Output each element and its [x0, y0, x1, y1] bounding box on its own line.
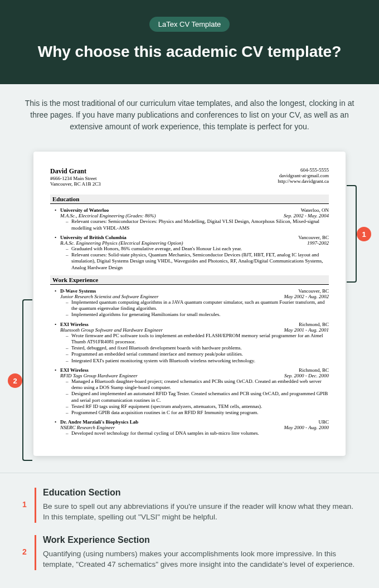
cv-entry-title: University of British Columbia [60, 235, 127, 240]
cv-entry-dates: May 2002 - Aug. 2002 [284, 294, 329, 299]
cv-entry-title: University of Waterloo [60, 207, 109, 213]
cv-entry-role: RFID Tags Group Hardware Engineer [60, 373, 138, 378]
cv-entry-role: M.A.Sc., Electrical Engineering (Grades:… [60, 213, 156, 218]
cv-entry-dates: May 2001 - Aug. 2001 [284, 327, 329, 333]
callout-bracket-1 [347, 185, 357, 283]
cv-phone: 604-555-5555 [278, 167, 329, 173]
cv-name: David Grant [50, 167, 101, 176]
cv-entry-location: Vancouver, BC [298, 235, 329, 240]
cv-entry-location: UBC [318, 419, 329, 425]
cv-section-work: Work Experience [50, 275, 329, 285]
cv-page: David Grant #666-1234 Main Street Vancou… [33, 152, 346, 455]
cv-bullet: Tested RF ID tags using RF equipment (sp… [66, 404, 329, 410]
cv-address-1: #666-1234 Main Street [50, 176, 101, 181]
cv-bullet: Programmed GPIB data acquisition routine… [66, 410, 329, 416]
note-text: Be sure to spell out any abbreviations i… [43, 501, 357, 523]
cv-bullet: Designed and implemented an automated RF… [66, 391, 329, 404]
cv-bullet: Programmed an embedded serial command in… [66, 351, 329, 357]
cv-website: http://www.davidgrant.ca [278, 178, 329, 184]
cv-bullet: Managed a Bluetooth daughter-board proje… [66, 378, 329, 391]
note-item: 1Education SectionBe sure to spell out a… [22, 488, 357, 523]
cv-entry-title: Dr. Andre Marziali's Biophysics Lab [60, 419, 138, 425]
cv-entry: D-Wave SystemsVancouver, BCJunior Resear… [60, 288, 329, 318]
cv-entry-location: Richmond, BC [299, 322, 329, 327]
cv-header: David Grant #666-1234 Main Street Vancou… [50, 167, 329, 187]
note-item: 2Work Experience SectionQuantifying (usi… [22, 535, 357, 570]
callout-marker-2: 2 [8, 373, 22, 388]
cv-preview-wrap: 1 2 David Grant #666-1234 Main Street Va… [0, 146, 379, 472]
cv-entry-role: NSERC Research Engineer [60, 425, 115, 430]
cv-bullet: Graduated with Honors, 86% cumulative av… [66, 246, 329, 252]
notes-section: 1Education SectionBe sure to spell out a… [0, 473, 379, 588]
cv-entry-role: Junior Research Scientist and Software E… [60, 294, 159, 299]
cv-entry: EXI WirelessRichmond, BCRFID Tags Group … [60, 367, 329, 416]
cv-section-education: Education [50, 195, 329, 204]
cv-entry-dates: Sep. 2000 - Dec. 2000 [284, 373, 329, 378]
note-number: 1 [22, 488, 35, 523]
note-title: Work Experience Section [43, 535, 357, 545]
cv-bullet: Relevant courses: Solid-state physics, Q… [66, 252, 329, 271]
cv-entry-location: Waterloo, ON [301, 207, 329, 213]
cv-bullet: Tested, debugged, and fixed Bluetooth de… [66, 345, 329, 351]
cv-entry-role: B.A.Sc. Engineering Physics (Electrical … [60, 240, 183, 246]
note-number: 2 [22, 535, 35, 570]
intro-text: This is the most traditional of our curr… [0, 84, 379, 146]
cv-entry: University of British ColumbiaVancouver,… [60, 235, 329, 271]
header: LaTex CV Template Why choose this academ… [0, 0, 379, 84]
note-text: Quantifying (using numbers) makes your a… [43, 548, 357, 570]
note-title: Education Section [43, 488, 357, 498]
cv-bullet: Relevant courses: Semiconductor Devices:… [66, 218, 329, 231]
cv-email: davidgrant-at-gmail.com [278, 173, 329, 178]
cv-entry-dates: 1997-2002 [307, 240, 329, 246]
cv-entry-dates: Sep. 2002 - May. 2004 [284, 213, 329, 218]
cv-entry-title: EXI Wireless [60, 322, 89, 327]
callout-bracket-2 [22, 299, 32, 461]
cv-entry: Dr. Andre Marziali's Biophysics LabUBCNS… [60, 419, 329, 436]
cv-bullet: Implemented algorithms for generating Ha… [66, 312, 329, 318]
cv-entry: University of WaterlooWaterloo, ONM.A.Sc… [60, 207, 329, 231]
cv-bullet: Wrote firmware and PC software tools to … [66, 333, 329, 346]
cv-entry-location: Richmond, BC [299, 367, 329, 373]
cv-entry: EXI WirelessRichmond, BCBluetooth Group … [60, 322, 329, 364]
cv-entry-dates: May 2000 - Aug. 2000 [284, 425, 329, 430]
page-title: Why choose this academic CV template? [17, 42, 362, 62]
cv-entry-title: D-Wave Systems [60, 288, 96, 294]
cv-bullet: Implemented quantum computing algorithms… [66, 299, 329, 312]
cv-entry-title: EXI Wireless [60, 367, 89, 373]
template-badge: LaTex CV Template [149, 17, 230, 32]
cv-entry-role: Bluetooth Group Software and Hardware En… [60, 327, 163, 333]
cv-address-2: Vancouver, BC A1B 2C3 [50, 181, 101, 187]
cv-bullet: Integrated EXI's patient monitoring syst… [66, 358, 329, 364]
cv-bullet: Developed novel technology for thermal c… [66, 430, 329, 436]
cv-entry-location: Vancouver, BC [298, 288, 329, 294]
callout-marker-1: 1 [357, 227, 371, 241]
